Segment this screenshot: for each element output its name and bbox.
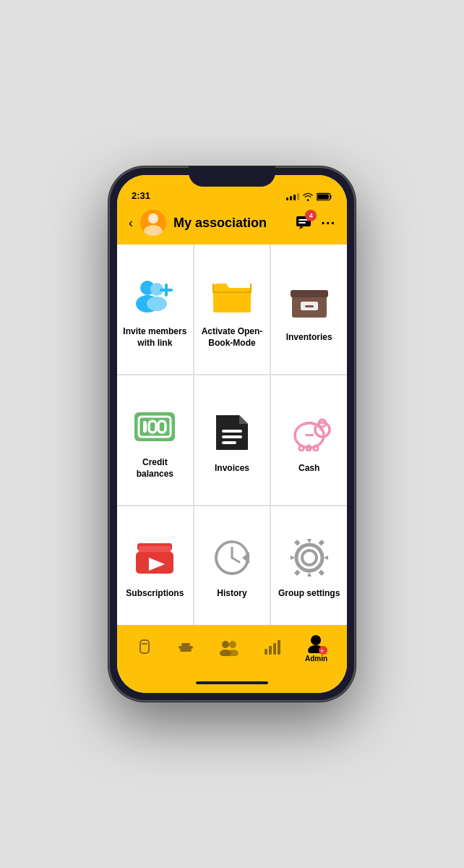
svg-rect-18 [305,305,314,307]
menu-grid: Invite members with link Activate Open-B… [117,244,347,625]
admin-nav-label: Admin [305,655,327,663]
more-button[interactable]: ··· [321,215,335,231]
status-time: 2:31 [132,190,150,201]
svg-point-3 [148,213,158,224]
svg-rect-1 [317,194,329,199]
svg-marker-41 [242,552,249,563]
nav-item-food[interactable] [170,636,202,659]
svg-rect-13 [160,289,173,292]
svg-rect-21 [143,421,147,433]
cash-label: Cash [298,463,319,475]
svg-rect-16 [291,290,328,297]
svg-rect-35 [305,434,314,436]
invoices-icon [209,409,255,456]
open-book-icon [209,273,255,319]
signal-icon [286,193,299,200]
grid-item-subscriptions[interactable]: Subscriptions [117,506,193,625]
notifications-button[interactable]: 4 [295,214,312,231]
svg-rect-7 [298,222,306,224]
avatar[interactable] [140,210,166,236]
home-indicator [196,681,268,684]
svg-rect-48 [179,646,193,649]
svg-rect-31 [299,446,304,451]
svg-rect-56 [269,646,272,655]
history-icon [209,535,255,581]
group-settings-icon [286,535,332,581]
grid-item-invoices[interactable]: Invoices [194,375,270,505]
svg-rect-57 [273,643,276,655]
subscriptions-label: Subscriptions [126,588,184,600]
inventories-label: Inventories [286,332,332,344]
nav-item-drinks[interactable] [129,636,160,659]
drink-icon [137,639,152,656]
members-icon [218,639,239,656]
credit-balances-icon [132,404,178,450]
credit-balances-label: Credit balances [123,457,187,480]
phone-notch [189,166,275,187]
svg-point-45 [302,550,317,565]
svg-line-43 [232,558,239,562]
food-icon [177,639,194,656]
svg-point-51 [222,641,229,648]
back-button[interactable]: ‹ [129,216,133,231]
svg-rect-33 [314,446,318,451]
grid-item-open-book[interactable]: Activate Open-Book-Mode [194,244,270,374]
phone-screen: 2:31 [117,175,347,693]
svg-point-34 [319,427,322,430]
nav-item-stats[interactable] [256,636,288,659]
inventories-icon [286,278,332,325]
open-book-label: Activate Open-Book-Mode [200,326,265,349]
svg-rect-55 [265,649,267,655]
svg-rect-24 [222,430,242,433]
stats-icon [263,639,280,656]
nav-item-admin[interactable]: e Admin [298,630,335,665]
header-title: My association [173,216,288,231]
svg-rect-47 [142,643,147,644]
invite-members-label: Invite members with link [123,326,187,349]
svg-rect-50 [180,649,192,652]
bottom-navigation: e Admin [117,625,347,676]
header-actions: 4 ··· [295,214,335,231]
svg-point-11 [147,297,167,311]
svg-rect-25 [222,435,242,438]
wifi-icon [302,192,314,201]
nav-item-members[interactable] [211,636,246,659]
group-settings-label: Group settings [278,588,340,600]
cash-icon [286,409,332,456]
app-header: ‹ My association 4 [117,204,347,244]
invite-members-icon [132,273,178,319]
phone-frame: 2:31 [108,166,356,702]
grid-item-cash[interactable]: Cash [271,375,347,505]
grid-item-group-settings[interactable]: Group settings [271,506,347,625]
svg-rect-49 [181,643,190,646]
svg-text:e: e [321,648,324,653]
home-indicator-bar [117,676,347,693]
svg-rect-26 [222,441,236,444]
subscriptions-icon [132,535,178,581]
grid-item-history[interactable]: History [194,506,270,625]
battery-icon [317,192,332,201]
status-icons [286,192,332,201]
history-label: History [217,588,246,600]
grid-item-credit-balances[interactable]: Credit balances [117,375,193,505]
svg-rect-46 [140,640,149,653]
svg-point-59 [311,635,321,645]
svg-point-53 [229,641,236,648]
grid-item-inventories[interactable]: Inventories [271,244,347,374]
invoices-label: Invoices [215,463,249,475]
svg-rect-30 [306,422,313,424]
grid-item-invite-members[interactable]: Invite members with link [117,244,193,374]
svg-rect-58 [278,640,280,655]
notification-badge: 4 [305,210,317,221]
